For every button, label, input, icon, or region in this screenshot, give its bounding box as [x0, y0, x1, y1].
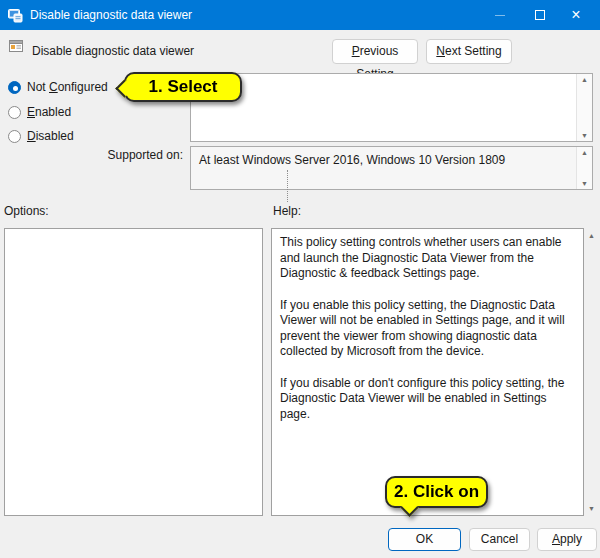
apply-button[interactable]: Apply — [537, 528, 597, 551]
supported-on-label: Supported on: — [60, 148, 183, 162]
radio-disabled-circle[interactable] — [8, 130, 21, 143]
help-paragraph: If you disable or don't configure this p… — [280, 376, 575, 423]
maximize-icon — [535, 10, 545, 20]
callout-select: 1. Select — [124, 72, 242, 102]
help-scrollbar[interactable]: ▲ ▼ — [585, 228, 598, 516]
policy-icon — [8, 38, 24, 54]
radio-enabled[interactable]: Enabled — [8, 105, 71, 119]
titlebar[interactable]: Disable diagnostic data viewer × — [0, 0, 600, 30]
callout-tail-icon — [115, 79, 133, 97]
options-panel — [4, 228, 263, 516]
radio-disabled[interactable]: Disabled — [8, 129, 74, 143]
maximize-button[interactable] — [524, 0, 556, 30]
minimize-button[interactable] — [484, 0, 516, 30]
scroll-down-icon[interactable]: ▼ — [577, 132, 592, 139]
comment-box[interactable]: ▲ ▼ — [190, 73, 593, 142]
callout-click-on: 2. Click on — [385, 476, 488, 508]
radio-not-configured-label[interactable]: Not Configured — [27, 80, 108, 94]
supported-on-box: At least Windows Server 2016, Windows 10… — [190, 146, 593, 190]
previous-setting-button[interactable]: Previous Setting — [332, 39, 418, 64]
scroll-up-icon[interactable]: ▲ — [577, 149, 592, 156]
next-setting-button[interactable]: Next Setting — [426, 39, 512, 64]
app-icon — [8, 8, 23, 23]
close-button[interactable]: × — [560, 0, 592, 30]
close-icon: × — [571, 0, 580, 30]
scroll-up-icon[interactable]: ▲ — [577, 76, 592, 83]
scroll-down-icon[interactable]: ▼ — [585, 505, 598, 512]
setting-title: Disable diagnostic data viewer — [32, 44, 194, 58]
scroll-down-icon[interactable]: ▼ — [577, 180, 592, 187]
help-label: Help: — [273, 204, 301, 218]
ok-button[interactable]: OK — [388, 528, 461, 551]
scroll-up-icon[interactable]: ▲ — [585, 232, 598, 239]
radio-disabled-label[interactable]: Disabled — [27, 129, 74, 143]
policy-setting-dialog: Disable diagnostic data viewer × Disable… — [0, 0, 600, 558]
window-title: Disable diagnostic data viewer — [30, 0, 192, 30]
help-paragraph: If you enable this policy setting, the D… — [280, 298, 575, 360]
supported-scrollbar[interactable]: ▲ ▼ — [576, 147, 592, 189]
help-panel: This policy setting controls whether use… — [271, 228, 584, 516]
minimize-icon — [495, 15, 505, 16]
radio-enabled-circle[interactable] — [8, 106, 21, 119]
comment-scrollbar[interactable]: ▲ ▼ — [576, 74, 592, 141]
radio-not-configured-circle[interactable] — [8, 81, 21, 94]
cancel-button[interactable]: Cancel — [469, 528, 530, 551]
radio-enabled-label[interactable]: Enabled — [27, 105, 71, 119]
splitter-dots — [287, 170, 288, 202]
radio-not-configured[interactable]: Not Configured — [8, 80, 108, 94]
help-paragraph: This policy setting controls whether use… — [280, 235, 575, 282]
options-label: Options: — [4, 204, 49, 218]
supported-on-value: At least Windows Server 2016, Windows 10… — [199, 153, 572, 167]
